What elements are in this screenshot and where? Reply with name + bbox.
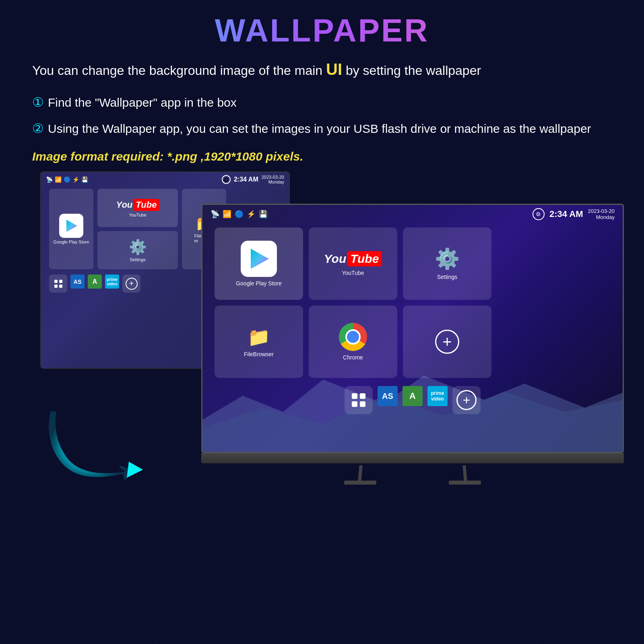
small-status-bar: 📡 📶 🔵 ⚡ 💾 ⚙ 2:34 AM 2023-03-20 Monday <box>41 172 289 187</box>
big-usb-icon: ⚡ <box>247 210 256 219</box>
cyan-arrow-svg <box>44 399 157 480</box>
big-status-icons: 📡 📶 🔵 ⚡ 💾 <box>211 210 268 219</box>
big-gear-icon: ⚙️ <box>435 247 460 270</box>
small-usb-icon: ⚡ <box>72 176 79 183</box>
big-folder-icon: 📁 <box>248 326 270 348</box>
small-youtube-tile[interactable]: YouTube YouTube <box>97 189 178 227</box>
small-cast-icon: 📡 <box>46 176 53 183</box>
big-card-icon: 💾 <box>259 210 268 219</box>
big-youtube-logo: YouTube <box>324 251 382 266</box>
right-leg <box>462 465 467 481</box>
big-dock: AS A primevideo + <box>202 382 623 418</box>
big-bt-icon: 🔵 <box>235 210 244 219</box>
big-dock-grid[interactable] <box>345 386 373 414</box>
big-chrome-tile[interactable]: Chrome <box>309 305 397 378</box>
description-text: You can change the background image of t… <box>32 57 612 81</box>
big-settings-tile[interactable]: ⚙️ Settings <box>403 227 491 300</box>
big-youtube-tile[interactable]: YouTube YouTube <box>309 227 397 300</box>
small-dock-prime[interactable]: primevideo <box>105 275 119 289</box>
svg-marker-4 <box>127 462 143 478</box>
big-play-label: Google Play Store <box>236 280 282 287</box>
big-dock-prime[interactable]: primevideo <box>427 386 448 406</box>
small-time: 2:34 AM <box>234 176 258 183</box>
small-youtube-label: YouTube <box>129 213 146 217</box>
big-status-right: ⚙ 2:34 AM 2023-03-20 Monday <box>533 208 615 220</box>
big-settings-circle: ⚙ <box>533 208 545 220</box>
steps-section: ① Find the "Wallpaper" app in the box ② … <box>0 81 644 138</box>
big-plus-tile[interactable]: + <box>403 305 491 378</box>
small-right-col: YouTube YouTube ⚙️ Settings <box>97 189 178 269</box>
big-dock-as[interactable]: AS <box>378 386 398 406</box>
big-tv-stand <box>201 465 624 485</box>
small-date: 2023-03-20 Monday <box>262 175 284 184</box>
big-cast-icon: 📡 <box>211 210 219 219</box>
big-dock-plus[interactable]: + <box>452 386 481 414</box>
big-app-grid: Google Play Store YouTube YouTube ⚙️ Set… <box>202 223 623 382</box>
small-settings-circle: ⚙ <box>222 175 231 184</box>
big-tv-wrapper: 📡 📶 🔵 ⚡ 💾 ⚙ 2:34 AM 2023-03-20 Monday <box>201 204 624 485</box>
big-filebrowser-label: FileBrowser <box>244 351 274 357</box>
big-chrome-label: Chrome <box>343 354 363 361</box>
right-stand <box>449 465 481 485</box>
small-settings-label: Settings <box>130 257 146 262</box>
small-play-icon <box>59 214 83 238</box>
big-chrome-icon <box>339 323 367 351</box>
small-bt-icon: 🔵 <box>64 176 70 183</box>
big-tv-screen: 📡 📶 🔵 ⚡ 💾 ⚙ 2:34 AM 2023-03-20 Monday <box>201 204 624 453</box>
small-settings-tile[interactable]: ⚙️ Settings <box>97 231 178 269</box>
small-wifi-icon: 📶 <box>55 176 62 183</box>
left-leg <box>358 465 362 481</box>
step-2: ② Using the Wallpaper app, you can set t… <box>32 120 612 138</box>
big-filebrowser-tile[interactable]: 📁 FileBrowser <box>215 305 303 378</box>
format-text: Image format required: *.png ,1920*1080 … <box>32 150 612 163</box>
small-status-right: ⚙ 2:34 AM 2023-03-20 Monday <box>222 175 284 184</box>
left-stand <box>344 465 376 485</box>
big-wifi-icon: 📶 <box>223 210 231 219</box>
big-date: 2023-03-20 Monday <box>588 208 615 220</box>
big-play-store-tile[interactable]: Google Play Store <box>215 227 303 300</box>
small-dock-plus[interactable]: + <box>122 275 140 293</box>
big-play-icon <box>241 241 277 277</box>
title-section: WALLPAPER <box>0 0 644 49</box>
big-settings-label: Settings <box>437 274 458 280</box>
page-title: WALLPAPER <box>0 12 644 49</box>
small-card-icon: 💾 <box>81 176 88 183</box>
svg-marker-3 <box>251 249 269 269</box>
description-section: You can change the background image of t… <box>0 49 644 81</box>
small-dock-grid[interactable] <box>49 275 67 293</box>
arrow-section <box>44 399 157 481</box>
big-time: 2:34 AM <box>549 209 583 219</box>
small-status-icons: 📡 📶 🔵 ⚡ 💾 <box>46 176 88 183</box>
small-youtube-logo: YouTube <box>116 199 159 211</box>
big-plus-icon: + <box>435 330 459 354</box>
small-dock-as[interactable]: AS <box>70 275 85 289</box>
big-dock-a[interactable]: A <box>402 386 423 406</box>
format-section: Image format required: *.png ,1920*1080 … <box>0 146 644 171</box>
small-play-store-tile[interactable]: Google Play Store <box>49 189 93 269</box>
small-play-label: Google Play Store <box>53 239 89 244</box>
step-1: ① Find the "Wallpaper" app in the box <box>32 93 612 111</box>
svg-marker-0 <box>66 220 77 232</box>
big-youtube-label: YouTube <box>342 270 364 276</box>
screens-container: 📡 📶 🔵 ⚡ 💾 ⚙ 2:34 AM 2023-03-20 Monday <box>20 171 624 502</box>
big-tv-frame <box>201 453 624 463</box>
big-status-bar: 📡 📶 🔵 ⚡ 💾 ⚙ 2:34 AM 2023-03-20 Monday <box>202 205 623 223</box>
small-dock-a[interactable]: A <box>88 275 102 289</box>
